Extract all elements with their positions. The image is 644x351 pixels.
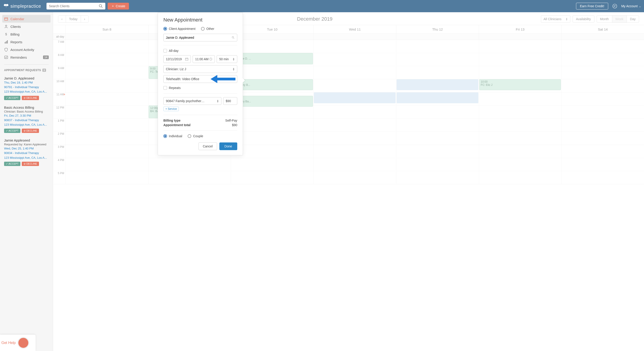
earn-credit-button[interactable]: Earn Free Credit! xyxy=(576,3,608,9)
appointment-request-card: Jamie AppleseedRequested by: Karen Apple… xyxy=(0,137,53,170)
updown-icon: ▲▼ xyxy=(217,99,219,103)
client-name-input[interactable] xyxy=(166,36,232,39)
create-button[interactable]: ＋ Create xyxy=(108,3,129,9)
nav-item-reports[interactable]: Reports xyxy=(0,38,53,46)
nav-item-clients[interactable]: Clients xyxy=(0,23,53,30)
svg-rect-15 xyxy=(185,58,188,61)
nav-label: Clients xyxy=(10,25,21,28)
new-appointment-modal: New Appointment Client Appointment Other… xyxy=(158,12,243,155)
svg-line-14 xyxy=(234,38,234,39)
clock-icon xyxy=(209,57,212,61)
client-search[interactable] xyxy=(46,3,105,9)
bars-icon xyxy=(4,40,8,44)
butterfly-icon xyxy=(3,4,9,8)
request-subtitle: Clinician: Basic Access Billing xyxy=(4,110,49,113)
svg-text:$: $ xyxy=(5,32,7,36)
dollar-icon: $ xyxy=(4,32,8,36)
radio-individual[interactable]: Individual xyxy=(164,134,182,138)
account-label: My Account xyxy=(621,4,638,8)
radio-checked-icon xyxy=(164,134,167,138)
nav-badge: 14 xyxy=(43,55,49,59)
svg-line-21 xyxy=(211,59,212,59)
nav-item-account-activity[interactable]: Account Activity xyxy=(0,46,53,53)
request-service[interactable]: 90837 - Individual Therapy xyxy=(4,118,49,122)
chevron-down-icon: ⌵ xyxy=(639,4,641,8)
request-name[interactable]: Basic Access Billing xyxy=(4,105,49,109)
date-input[interactable]: 12/11/2019 xyxy=(164,55,191,63)
checkbox-icon xyxy=(164,86,167,90)
appointment-request-card: Basic Access BillingClinician: Basic Acc… xyxy=(0,104,53,137)
accept-button[interactable]: ✓ ACCEPT xyxy=(4,162,20,166)
billing-type-row: Billing typeSelf-Pay xyxy=(164,119,237,122)
client-search-field[interactable] xyxy=(164,34,237,41)
modal-overlay: New Appointment Client Appointment Other… xyxy=(53,12,644,351)
decline-button[interactable]: ⊘ DECLINE xyxy=(22,129,39,133)
accept-button[interactable]: ✓ ACCEPT xyxy=(4,129,20,133)
appointment-requests-header: APPOINTMENT REQUESTS 3 xyxy=(0,68,53,74)
brand-logo[interactable]: simplepractice xyxy=(3,4,41,9)
svg-line-1 xyxy=(102,7,103,8)
request-address[interactable]: 123 Mississippi Ave, CA, Los A... xyxy=(4,90,49,94)
nav-item-calendar[interactable]: Calendar xyxy=(2,15,50,23)
svg-rect-5 xyxy=(4,18,8,20)
accept-button[interactable]: ✓ ACCEPT xyxy=(4,96,20,100)
check-icon xyxy=(4,55,8,59)
modal-pointer xyxy=(242,78,245,83)
repeats-checkbox[interactable]: Repeats xyxy=(164,86,237,90)
request-name[interactable]: Jamie Appleseed xyxy=(4,138,49,142)
search-input[interactable] xyxy=(49,4,99,8)
account-dropdown[interactable]: My Account ⌵ xyxy=(621,4,641,8)
decline-button[interactable]: ⊘ DECLINE xyxy=(22,162,39,166)
request-datetime[interactable]: Fri, Dec 27, 3:30 PM xyxy=(4,114,49,118)
radio-unchecked-icon xyxy=(201,27,204,30)
request-service[interactable]: 90834 - Individual Therapy xyxy=(4,151,49,155)
get-help-button[interactable]: Get Help xyxy=(0,335,36,351)
clinician-select[interactable]: Clinician: Liz J▲▼ xyxy=(164,65,237,73)
request-service[interactable]: 90791 - Individual Therapy xyxy=(4,85,49,89)
nav-label: Calendar xyxy=(10,17,24,21)
session-type-radio: Individual Couple xyxy=(164,134,237,138)
help-bubble-icon xyxy=(18,337,29,349)
person-icon xyxy=(4,24,8,28)
nav-item-billing[interactable]: $Billing xyxy=(0,30,53,38)
modal-actions: Cancel Done xyxy=(164,142,237,150)
radio-couple[interactable]: Couple xyxy=(188,134,203,138)
plus-icon: ＋ xyxy=(111,4,114,8)
checkbox-icon xyxy=(164,49,167,52)
topbar: simplepractice ＋ Create Earn Free Credit… xyxy=(0,0,644,12)
shield-icon xyxy=(4,47,8,52)
price-input[interactable]: $90 xyxy=(223,97,237,105)
nav-label: Reminders xyxy=(10,55,27,59)
duration-input[interactable]: 50 min▲▼ xyxy=(217,55,237,63)
topbar-right: Earn Free Credit! My Account ⌵ xyxy=(576,3,641,9)
request-datetime[interactable]: Thu, Dec 19, 1:40 PM xyxy=(4,81,49,85)
request-address[interactable]: 123 Mississippi Ave, CA, Los A... xyxy=(4,156,49,160)
create-label: Create xyxy=(116,4,125,8)
decline-button[interactable]: ⊘ DECLINE xyxy=(22,96,39,100)
service-select[interactable]: 90847 Family psychotherapy, conj▲▼ xyxy=(164,97,222,105)
chat-icon[interactable] xyxy=(612,4,617,8)
done-button[interactable]: Done xyxy=(219,142,237,150)
nav-item-reminders[interactable]: Reminders14 xyxy=(0,53,53,61)
radio-other[interactable]: Other xyxy=(201,27,214,30)
allday-checkbox[interactable]: All-day xyxy=(164,49,237,52)
request-datetime[interactable]: Wed, Dec 25, 1:40 PM xyxy=(4,146,49,151)
time-input[interactable]: 11:00 AM xyxy=(192,55,215,63)
location-select[interactable]: Telehealth: Video Office▲▼ xyxy=(164,75,237,83)
request-address[interactable]: 123 Mississippi Ave, CA, Los A... xyxy=(4,123,49,127)
radio-unchecked-icon xyxy=(188,134,191,138)
radio-client-appointment[interactable]: Client Appointment xyxy=(164,27,196,30)
main-content: ‹ Today › December 2019 All Clinicians ▲… xyxy=(53,12,644,351)
updown-icon: ▲▼ xyxy=(232,77,235,81)
svg-point-2 xyxy=(612,4,616,8)
cancel-button[interactable]: Cancel xyxy=(198,142,217,150)
appointment-request-card: Jamie D. AppleseedThu, Dec 19, 1:40 PM90… xyxy=(0,74,53,104)
svg-rect-9 xyxy=(5,42,6,43)
svg-point-0 xyxy=(99,4,102,7)
modal-title: New Appointment xyxy=(164,17,237,23)
calendar-icon xyxy=(4,17,8,21)
request-name[interactable]: Jamie D. Appleseed xyxy=(4,76,49,80)
section-title: APPOINTMENT REQUESTS xyxy=(4,69,41,72)
add-service-button[interactable]: + Service xyxy=(164,107,179,111)
search-icon xyxy=(99,4,103,8)
